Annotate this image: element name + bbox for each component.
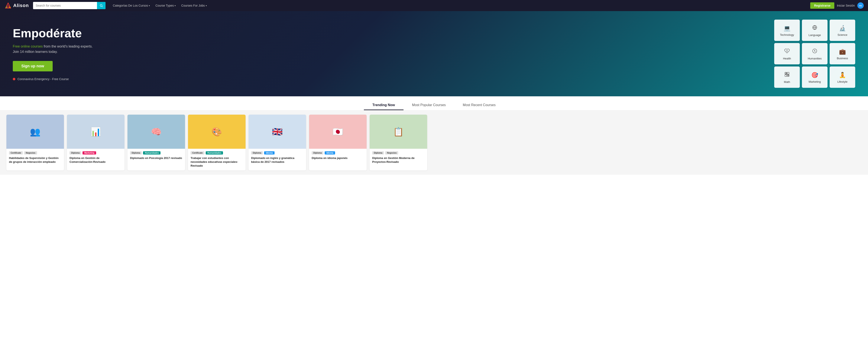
badge-cat-5: Idioma — [324, 151, 335, 155]
course-body-3: Certificate Humanidades Trabajar con est… — [188, 149, 246, 170]
course-card-0[interactable]: 👥 Certificate Negocios Habilidades de Su… — [6, 115, 64, 170]
tabs-nav: Trending Now Most Popular Courses Most R… — [0, 101, 868, 110]
hero-content: Empodérate Free online courses from the … — [13, 27, 124, 81]
navbar: Alison Categorías De Los Cursos ▾ Course… — [0, 0, 868, 11]
category-marketing[interactable]: 🎯 Marketing — [802, 66, 828, 88]
svg-point-3 — [9, 7, 10, 8]
hero-title: Empodérate — [13, 27, 115, 40]
category-health[interactable]: Health — [774, 43, 800, 64]
course-thumbnail-1: 📊 — [67, 115, 124, 149]
course-card-3[interactable]: 🎨 Certificate Humanidades Trabajar con e… — [188, 115, 246, 170]
language-selector[interactable]: es — [857, 2, 864, 9]
category-science-label: Science — [838, 33, 847, 36]
badge-row-2: Diploma Humanidades — [130, 151, 183, 155]
nav-categorias[interactable]: Categorías De Los Cursos ▾ — [111, 3, 152, 8]
badge-row-5: Diploma Idioma — [312, 151, 364, 155]
hero-alert[interactable]: Coronavirus Emergency - Free Course — [13, 77, 115, 81]
course-card-6[interactable]: 📋 Diploma Negocios Diploma en Gestión Mo… — [370, 115, 427, 170]
course-title-5: Diploma en idioma japonés — [312, 156, 364, 160]
course-thumbnail-3: 🎨 — [188, 115, 246, 149]
badge-row-1: Diploma Marketing — [69, 151, 122, 155]
badge-type-1: Diploma — [69, 151, 81, 155]
course-card-2[interactable]: 🧠 Diploma Humanidades Diplomado en Psico… — [127, 115, 185, 170]
tabs-section: Trending Now Most Popular Courses Most R… — [0, 96, 868, 110]
courses-section: 👥 Certificate Negocios Habilidades de Su… — [0, 110, 868, 175]
alert-text: Coronavirus Emergency - Free Course — [18, 77, 69, 81]
nav-right: Registrarse Iniciar Sesión es — [810, 2, 864, 9]
logo[interactable]: Alison — [4, 2, 29, 9]
free-courses-link[interactable]: Free online courses — [13, 44, 43, 48]
badge-row-0: Certificate Negocios — [9, 151, 61, 155]
course-title-6: Diploma en Gestión Moderna de Proyectos-… — [372, 156, 425, 164]
badge-type-5: Diploma — [312, 151, 323, 155]
category-technology-label: Technology — [780, 33, 794, 36]
category-humanities[interactable]: Humanities — [802, 43, 828, 64]
signup-button[interactable]: Sign up now — [13, 61, 53, 71]
svg-rect-10 — [787, 72, 789, 74]
badge-cat-4: Idioma — [264, 151, 274, 155]
nav-course-types[interactable]: Course Types ▾ — [153, 3, 178, 8]
course-body-2: Diploma Humanidades Diplomado en Psicolo… — [127, 149, 185, 163]
course-thumbnail-6: 📋 — [370, 115, 427, 149]
category-lifestyle[interactable]: 🧘 Lifestyle — [830, 66, 855, 88]
hero-section: Empodérate Free online courses from the … — [0, 11, 868, 96]
badge-type-3: Certificate — [191, 151, 205, 155]
tab-recent[interactable]: Most Recent Courses — [454, 101, 504, 110]
hero-subtitle: Free online courses from the world's lea… — [13, 44, 115, 55]
category-humanities-label: Humanities — [808, 57, 822, 60]
register-button[interactable]: Registrarse — [810, 2, 834, 9]
svg-line-5 — [102, 6, 103, 7]
math-icon — [784, 72, 790, 78]
category-marketing-label: Marketing — [809, 80, 821, 83]
category-science[interactable]: 🔬 Science — [830, 20, 855, 41]
badge-row-6: Diploma Negocios — [372, 151, 425, 155]
search-bar[interactable] — [33, 2, 105, 9]
category-business-label: Business — [837, 57, 848, 60]
svg-point-2 — [6, 7, 7, 8]
category-language[interactable]: Language — [802, 20, 828, 41]
course-thumbnail-0: 👥 — [6, 115, 64, 149]
lifestyle-icon: 🧘 — [839, 72, 846, 78]
course-body-0: Certificate Negocios Habilidades de Supe… — [6, 149, 64, 166]
alison-logo-icon — [4, 2, 12, 9]
course-card-4[interactable]: 🇬🇧 Diploma Idioma Diplomado en inglés y … — [249, 115, 306, 170]
category-technology[interactable]: 💻 Technology — [774, 20, 800, 41]
course-title-4: Diplomado en inglés y gramática básica d… — [251, 156, 304, 164]
course-body-4: Diploma Idioma Diplomado en inglés y gra… — [249, 149, 306, 166]
course-card-1[interactable]: 📊 Diploma Marketing Diploma en Gestión d… — [67, 115, 124, 170]
search-input[interactable] — [33, 2, 97, 9]
category-math-label: Math — [784, 80, 790, 84]
badge-cat-6: Negocios — [385, 151, 398, 155]
course-body-1: Diploma Marketing Diploma en Gestión de … — [67, 149, 124, 166]
courses-row: 👥 Certificate Negocios Habilidades de Su… — [6, 115, 862, 170]
category-grid: 💻 Technology Language 🔬 Science — [774, 20, 855, 88]
nav-courses-for-jobs[interactable]: Courses For Jobs ▾ — [179, 3, 209, 8]
tab-trending[interactable]: Trending Now — [364, 101, 404, 110]
login-button[interactable]: Iniciar Sesión — [837, 4, 855, 7]
nav-links: Categorías De Los Cursos ▾ Course Types … — [111, 3, 810, 8]
language-icon — [812, 25, 817, 32]
badge-cat-0: Negocios — [24, 151, 37, 155]
badge-cat-1: Marketing — [83, 151, 96, 155]
search-button[interactable] — [97, 2, 105, 9]
chevron-down-icon: ▾ — [175, 4, 176, 7]
category-math[interactable]: Math — [774, 66, 800, 88]
course-title-1: Diploma en Gestión de Comercialización-R… — [69, 156, 122, 164]
humanities-icon — [812, 48, 817, 55]
badge-row-4: Diploma Idioma — [251, 151, 304, 155]
course-body-6: Diploma Negocios Diploma en Gestión Mode… — [370, 149, 427, 166]
logo-text: Alison — [13, 3, 29, 8]
course-thumbnail-2: 🧠 — [127, 115, 185, 149]
course-title-2: Diplomado en Psicología 2017 revisado — [130, 156, 183, 160]
course-thumbnail-5: 🇯🇵 — [309, 115, 367, 149]
svg-rect-11 — [785, 74, 787, 76]
search-icon — [99, 4, 103, 7]
course-card-5[interactable]: 🇯🇵 Diploma Idioma Diploma en idioma japo… — [309, 115, 367, 170]
marketing-icon: 🎯 — [811, 72, 818, 78]
course-thumbnail-4: 🇬🇧 — [249, 115, 306, 149]
category-business[interactable]: 💼 Business — [830, 43, 855, 64]
tab-popular[interactable]: Most Popular Courses — [404, 101, 454, 110]
course-title-3: Trabajar con estudiantes con necesidades… — [191, 156, 243, 168]
course-body-5: Diploma Idioma Diploma en idioma japonés — [309, 149, 367, 163]
badge-row-3: Certificate Humanidades — [191, 151, 243, 155]
